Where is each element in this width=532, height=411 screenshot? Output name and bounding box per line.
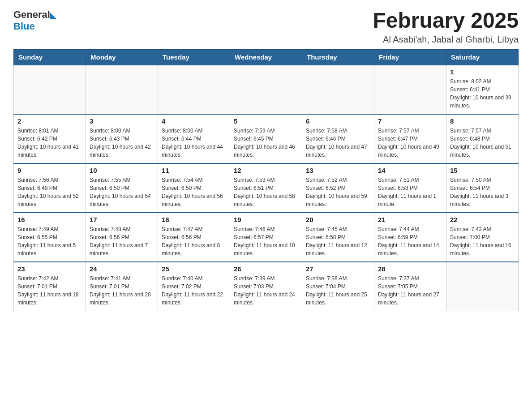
day-info: Sunrise: 8:01 AMSunset: 6:42 PMDaylight:… bbox=[17, 127, 82, 159]
day-number: 3 bbox=[90, 117, 154, 125]
day-info: Sunrise: 7:55 AMSunset: 6:50 PMDaylight:… bbox=[90, 176, 154, 208]
day-info: Sunrise: 7:47 AMSunset: 6:56 PMDaylight:… bbox=[162, 225, 226, 257]
day-number: 12 bbox=[234, 167, 298, 174]
calendar-cell bbox=[446, 262, 519, 311]
day-number: 1 bbox=[450, 68, 515, 76]
calendar-cell: 23Sunrise: 7:42 AMSunset: 7:01 PMDayligh… bbox=[14, 262, 86, 311]
day-number: 16 bbox=[17, 216, 82, 223]
calendar-cell: 1Sunrise: 8:02 AMSunset: 6:41 PMDaylight… bbox=[446, 65, 519, 114]
calendar-week-3: 9Sunrise: 7:56 AMSunset: 6:49 PMDaylight… bbox=[14, 163, 519, 213]
day-number: 22 bbox=[450, 216, 515, 223]
calendar-cell bbox=[86, 65, 158, 114]
day-info: Sunrise: 7:53 AMSunset: 6:51 PMDaylight:… bbox=[234, 176, 298, 208]
day-number: 7 bbox=[378, 117, 442, 125]
calendar-cell: 18Sunrise: 7:47 AMSunset: 6:56 PMDayligh… bbox=[158, 213, 230, 262]
day-info: Sunrise: 7:41 AMSunset: 7:01 PMDaylight:… bbox=[90, 274, 154, 307]
calendar-cell: 20Sunrise: 7:45 AMSunset: 6:58 PMDayligh… bbox=[302, 213, 374, 262]
day-info: Sunrise: 7:39 AMSunset: 7:03 PMDaylight:… bbox=[234, 274, 298, 307]
calendar-cell: 16Sunrise: 7:49 AMSunset: 6:55 PMDayligh… bbox=[14, 213, 86, 262]
day-number: 15 bbox=[450, 167, 515, 174]
day-info: Sunrise: 7:46 AMSunset: 6:57 PMDaylight:… bbox=[234, 225, 298, 257]
calendar-week-5: 23Sunrise: 7:42 AMSunset: 7:01 PMDayligh… bbox=[14, 262, 519, 311]
day-number: 24 bbox=[90, 265, 154, 273]
calendar-cell: 9Sunrise: 7:56 AMSunset: 6:49 PMDaylight… bbox=[14, 163, 86, 213]
header-cell-thursday: Thursday bbox=[302, 49, 374, 65]
calendar-week-1: 1Sunrise: 8:02 AMSunset: 6:41 PMDaylight… bbox=[14, 65, 519, 114]
day-info: Sunrise: 8:02 AMSunset: 6:41 PMDaylight:… bbox=[450, 77, 515, 110]
location-subtitle: Al Asabi'ah, Jabal al Gharbi, Libya bbox=[373, 34, 519, 45]
header-cell-saturday: Saturday bbox=[446, 49, 519, 65]
day-info: Sunrise: 7:57 AMSunset: 6:48 PMDaylight:… bbox=[450, 127, 515, 159]
day-info: Sunrise: 7:52 AMSunset: 6:52 PMDaylight:… bbox=[306, 176, 370, 208]
calendar-cell bbox=[14, 65, 86, 114]
day-info: Sunrise: 7:43 AMSunset: 7:00 PMDaylight:… bbox=[450, 225, 515, 257]
calendar-body: 1Sunrise: 8:02 AMSunset: 6:41 PMDaylight… bbox=[14, 65, 519, 311]
calendar-cell: 27Sunrise: 7:38 AMSunset: 7:04 PMDayligh… bbox=[302, 262, 374, 311]
calendar-cell: 14Sunrise: 7:51 AMSunset: 6:53 PMDayligh… bbox=[374, 163, 446, 213]
calendar-cell: 4Sunrise: 8:00 AMSunset: 6:44 PMDaylight… bbox=[158, 114, 230, 163]
calendar-cell: 8Sunrise: 7:57 AMSunset: 6:48 PMDaylight… bbox=[446, 114, 519, 163]
day-number: 9 bbox=[17, 167, 82, 174]
day-number: 26 bbox=[234, 265, 298, 273]
day-info: Sunrise: 7:59 AMSunset: 6:45 PMDaylight:… bbox=[234, 127, 298, 159]
header-cell-sunday: Sunday bbox=[14, 49, 86, 65]
day-number: 18 bbox=[162, 216, 226, 223]
calendar-week-4: 16Sunrise: 7:49 AMSunset: 6:55 PMDayligh… bbox=[14, 213, 519, 262]
calendar-cell: 5Sunrise: 7:59 AMSunset: 6:45 PMDaylight… bbox=[230, 114, 302, 163]
day-number: 4 bbox=[162, 117, 226, 125]
calendar-cell: 15Sunrise: 7:50 AMSunset: 6:54 PMDayligh… bbox=[446, 163, 519, 213]
day-info: Sunrise: 7:49 AMSunset: 6:55 PMDaylight:… bbox=[17, 225, 82, 257]
day-number: 19 bbox=[234, 216, 298, 223]
day-number: 21 bbox=[378, 216, 442, 223]
logo: General Blue bbox=[13, 9, 56, 32]
day-info: Sunrise: 7:54 AMSunset: 6:50 PMDaylight:… bbox=[162, 176, 226, 208]
header-row: SundayMondayTuesdayWednesdayThursdayFrid… bbox=[14, 49, 519, 65]
calendar-cell: 12Sunrise: 7:53 AMSunset: 6:51 PMDayligh… bbox=[230, 163, 302, 213]
day-number: 14 bbox=[378, 167, 442, 174]
logo-triangle-icon bbox=[50, 13, 56, 19]
calendar-cell: 17Sunrise: 7:48 AMSunset: 6:56 PMDayligh… bbox=[86, 213, 158, 262]
day-info: Sunrise: 7:45 AMSunset: 6:58 PMDaylight:… bbox=[306, 225, 370, 257]
calendar-cell: 6Sunrise: 7:58 AMSunset: 6:46 PMDaylight… bbox=[302, 114, 374, 163]
day-number: 5 bbox=[234, 117, 298, 125]
calendar-cell: 7Sunrise: 7:57 AMSunset: 6:47 PMDaylight… bbox=[374, 114, 446, 163]
day-info: Sunrise: 8:00 AMSunset: 6:44 PMDaylight:… bbox=[162, 127, 226, 159]
day-number: 2 bbox=[17, 117, 82, 125]
calendar-cell: 22Sunrise: 7:43 AMSunset: 7:00 PMDayligh… bbox=[446, 213, 519, 262]
header-cell-friday: Friday bbox=[374, 49, 446, 65]
calendar-cell bbox=[374, 65, 446, 114]
day-info: Sunrise: 7:57 AMSunset: 6:47 PMDaylight:… bbox=[378, 127, 442, 159]
calendar-cell bbox=[302, 65, 374, 114]
calendar-cell: 3Sunrise: 8:00 AMSunset: 6:43 PMDaylight… bbox=[86, 114, 158, 163]
calendar-cell: 10Sunrise: 7:55 AMSunset: 6:50 PMDayligh… bbox=[86, 163, 158, 213]
day-number: 28 bbox=[378, 265, 442, 273]
day-info: Sunrise: 7:37 AMSunset: 7:05 PMDaylight:… bbox=[378, 274, 442, 307]
logo-blue-text: Blue bbox=[13, 21, 35, 32]
header-cell-wednesday: Wednesday bbox=[230, 49, 302, 65]
day-number: 27 bbox=[306, 265, 370, 273]
day-number: 23 bbox=[17, 265, 82, 273]
header-cell-tuesday: Tuesday bbox=[158, 49, 230, 65]
calendar-cell: 21Sunrise: 7:44 AMSunset: 6:59 PMDayligh… bbox=[374, 213, 446, 262]
calendar-header: SundayMondayTuesdayWednesdayThursdayFrid… bbox=[14, 49, 519, 65]
day-info: Sunrise: 7:56 AMSunset: 6:49 PMDaylight:… bbox=[17, 176, 82, 208]
day-number: 25 bbox=[162, 265, 226, 273]
calendar-cell: 19Sunrise: 7:46 AMSunset: 6:57 PMDayligh… bbox=[230, 213, 302, 262]
calendar-cell: 13Sunrise: 7:52 AMSunset: 6:52 PMDayligh… bbox=[302, 163, 374, 213]
day-number: 6 bbox=[306, 117, 370, 125]
calendar-cell: 11Sunrise: 7:54 AMSunset: 6:50 PMDayligh… bbox=[158, 163, 230, 213]
calendar-cell: 2Sunrise: 8:01 AMSunset: 6:42 PMDaylight… bbox=[14, 114, 86, 163]
day-number: 13 bbox=[306, 167, 370, 174]
header-cell-monday: Monday bbox=[86, 49, 158, 65]
day-number: 11 bbox=[162, 167, 226, 174]
calendar-table: SundayMondayTuesdayWednesdayThursdayFrid… bbox=[13, 49, 519, 312]
day-number: 8 bbox=[450, 117, 515, 125]
day-info: Sunrise: 7:40 AMSunset: 7:02 PMDaylight:… bbox=[162, 274, 226, 307]
day-info: Sunrise: 7:58 AMSunset: 6:46 PMDaylight:… bbox=[306, 127, 370, 159]
logo-general-text: General bbox=[13, 9, 50, 21]
calendar-cell: 24Sunrise: 7:41 AMSunset: 7:01 PMDayligh… bbox=[86, 262, 158, 311]
day-info: Sunrise: 7:51 AMSunset: 6:53 PMDaylight:… bbox=[378, 176, 442, 208]
calendar-cell bbox=[230, 65, 302, 114]
day-info: Sunrise: 8:00 AMSunset: 6:43 PMDaylight:… bbox=[90, 127, 154, 159]
title-block: February 2025 Al Asabi'ah, Jabal al Ghar… bbox=[373, 9, 519, 45]
